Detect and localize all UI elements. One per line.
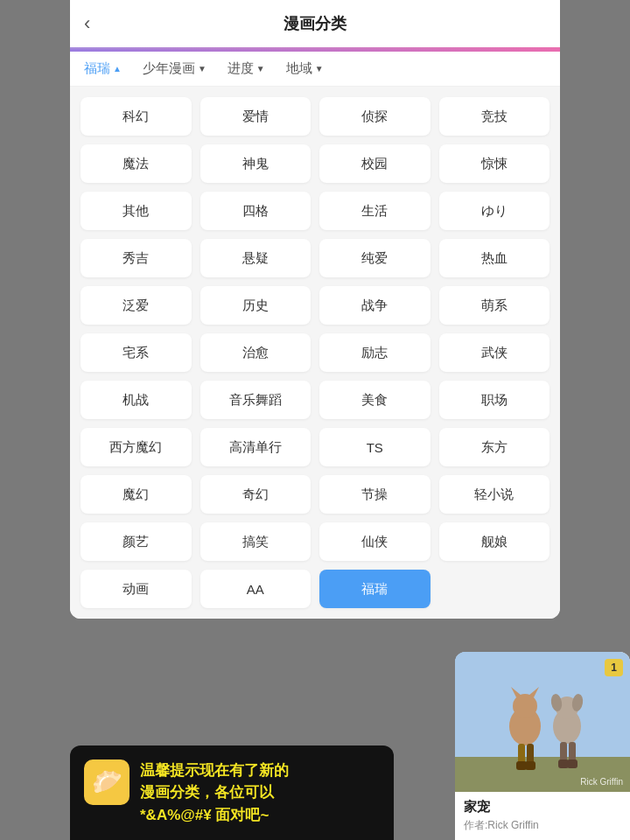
book-card[interactable]: 1 Rick Griffin 家宠 作者:Rick Griffin — [455, 652, 630, 840]
filter-arrow: ▼ — [315, 64, 324, 74]
modal-card: ‹ 漫画分类 福瑞▲少年漫画▼进度▼地域▼ 科幻爱情侦探竞技魔法神鬼校园惊悚其他… — [70, 0, 560, 619]
filter-item-0[interactable]: 福瑞▲ — [84, 60, 122, 77]
tag-button-26[interactable]: 美食 — [319, 381, 430, 419]
filter-arrow: ▼ — [198, 64, 206, 74]
svg-rect-1 — [455, 757, 630, 792]
filter-label: 地域 — [286, 60, 312, 77]
tag-button-14[interactable]: 纯爱 — [319, 239, 430, 277]
filter-item-1[interactable]: 少年漫画▼ — [143, 60, 206, 77]
tag-button-32[interactable]: 魔幻 — [80, 475, 192, 514]
tag-button-41[interactable]: AA — [200, 570, 312, 608]
tag-button-21[interactable]: 治愈 — [200, 333, 312, 372]
tag-button-16[interactable]: 泛爱 — [80, 286, 192, 325]
tag-button-10[interactable]: 生活 — [319, 192, 430, 230]
tag-button-3[interactable]: 竞技 — [439, 97, 550, 136]
filter-label: 进度 — [228, 60, 254, 77]
book-badge: 1 — [605, 659, 623, 676]
tag-button-39[interactable]: 舰娘 — [439, 522, 550, 561]
tag-button-23[interactable]: 武侠 — [439, 333, 550, 372]
tag-button-4[interactable]: 魔法 — [80, 144, 192, 183]
book-info: 家宠 作者:Rick Griffin — [455, 792, 630, 840]
tag-button-22[interactable]: 励志 — [319, 333, 430, 372]
svg-rect-9 — [525, 761, 536, 770]
tag-button-8[interactable]: 其他 — [80, 192, 192, 230]
cover-author: Rick Griffin — [580, 777, 623, 787]
tag-button-7[interactable]: 惊悚 — [439, 144, 550, 183]
book-author: 作者:Rick Griffin — [464, 818, 621, 833]
svg-point-3 — [513, 694, 537, 718]
tag-button-17[interactable]: 历史 — [200, 286, 312, 325]
tag-button-27[interactable]: 职场 — [439, 381, 550, 419]
filter-label: 福瑞 — [84, 60, 110, 77]
tag-button-12[interactable]: 秀吉 — [80, 239, 192, 277]
tag-button-18[interactable]: 战争 — [319, 286, 430, 325]
book-title: 家宠 — [464, 799, 621, 816]
notif-text: 温馨提示现在有了新的漫画分类，各位可以*&A%@#¥ 面对吧~ — [140, 760, 289, 827]
tag-button-35[interactable]: 轻小说 — [439, 475, 550, 514]
tag-button-19[interactable]: 萌系 — [439, 286, 550, 325]
tag-button-1[interactable]: 爱情 — [200, 97, 312, 136]
filter-label: 少年漫画 — [143, 60, 195, 77]
tag-button-36[interactable]: 颜艺 — [80, 522, 192, 561]
tag-button-25[interactable]: 音乐舞蹈 — [200, 381, 312, 419]
tag-button-33[interactable]: 奇幻 — [200, 475, 312, 514]
page-title: 漫画分类 — [284, 13, 346, 34]
tag-button-37[interactable]: 搞笑 — [200, 522, 312, 561]
tag-button-24[interactable]: 机战 — [80, 381, 192, 419]
tags-grid: 科幻爱情侦探竞技魔法神鬼校园惊悚其他四格生活ゆり秀吉悬疑纯爱热血泛爱历史战争萌系… — [70, 87, 560, 619]
tag-button-42[interactable]: 福瑞 — [319, 570, 430, 608]
back-button[interactable]: ‹ — [84, 12, 90, 35]
tag-button-20[interactable]: 宅系 — [80, 333, 192, 372]
tag-button-28[interactable]: 西方魔幻 — [80, 428, 192, 466]
tag-button-6[interactable]: 校园 — [319, 144, 430, 183]
tag-button-5[interactable]: 神鬼 — [200, 144, 312, 183]
notification-popup: 🥟 温馨提示现在有了新的漫画分类，各位可以*&A%@#¥ 面对吧~ — [70, 746, 394, 841]
tag-button-2[interactable]: 侦探 — [319, 97, 430, 136]
filter-bar: 福瑞▲少年漫画▼进度▼地域▼ — [70, 52, 560, 87]
tag-button-40[interactable]: 动画 — [80, 570, 192, 608]
filter-item-3[interactable]: 地域▼ — [286, 60, 324, 77]
tag-button-15[interactable]: 热血 — [439, 239, 550, 277]
filter-arrow: ▲ — [113, 64, 122, 74]
tag-button-34[interactable]: 节操 — [319, 475, 430, 514]
filter-item-2[interactable]: 进度▼ — [228, 60, 265, 77]
header: ‹ 漫画分类 — [70, 0, 560, 49]
filter-arrow: ▼ — [256, 64, 265, 74]
tag-button-31[interactable]: 东方 — [439, 428, 550, 466]
book-cover: 1 Rick Griffin — [455, 652, 630, 792]
tag-button-30[interactable]: TS — [319, 428, 430, 466]
notif-icon: 🥟 — [84, 760, 130, 805]
tag-button-29[interactable]: 高清单行 — [200, 428, 312, 466]
tag-button-11[interactable]: ゆり — [439, 192, 550, 230]
svg-rect-17 — [567, 760, 578, 768]
tag-button-0[interactable]: 科幻 — [80, 97, 192, 136]
tag-button-9[interactable]: 四格 — [200, 192, 312, 230]
tag-button-13[interactable]: 悬疑 — [200, 239, 312, 277]
tag-button-38[interactable]: 仙侠 — [319, 522, 430, 561]
